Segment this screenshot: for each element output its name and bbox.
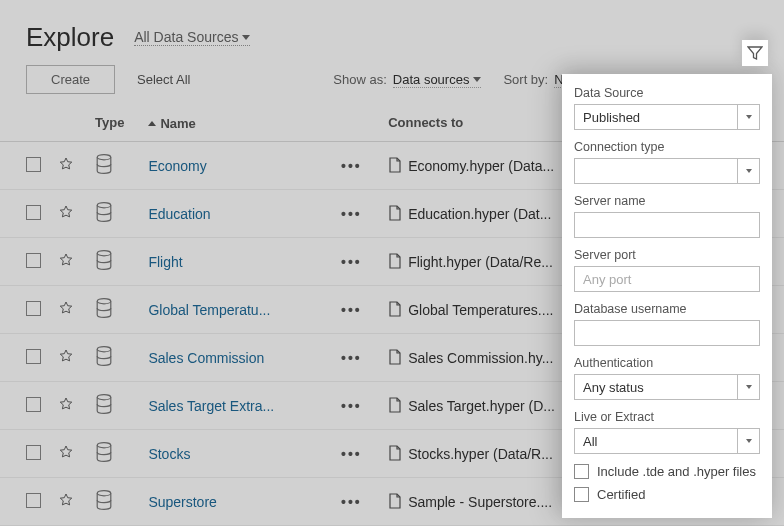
row-actions[interactable]: •••	[341, 302, 362, 318]
database-icon	[95, 298, 113, 318]
show-as-label: Show as:	[333, 72, 386, 87]
chevron-down-icon	[242, 35, 250, 40]
select-all-link[interactable]: Select All	[137, 72, 190, 87]
row-checkbox[interactable]	[26, 493, 41, 508]
include-files-checkbox[interactable]	[574, 464, 589, 479]
connects-to-text: Stocks.hyper (Data/R...	[408, 446, 553, 462]
file-icon	[388, 349, 402, 365]
file-icon	[388, 157, 402, 173]
filter-toggle[interactable]	[742, 40, 768, 66]
row-checkbox[interactable]	[26, 205, 41, 220]
datasource-link[interactable]: Economy	[148, 158, 206, 174]
col-name[interactable]: Name	[140, 104, 333, 142]
file-icon	[388, 205, 402, 221]
database-icon	[95, 202, 113, 222]
chevron-down-icon	[473, 77, 481, 82]
connects-to-text: Education.hyper (Dat...	[408, 206, 551, 222]
file-icon	[388, 493, 402, 509]
chevron-down-icon	[746, 385, 752, 389]
row-actions[interactable]: •••	[341, 350, 362, 366]
file-icon	[388, 445, 402, 461]
sort-by-label: Sort by:	[503, 72, 548, 87]
svg-point-6	[97, 443, 111, 448]
star-icon[interactable]	[58, 204, 74, 220]
star-icon[interactable]	[58, 492, 74, 508]
file-icon	[388, 397, 402, 413]
database-icon	[95, 154, 113, 174]
server-port-label: Server port	[574, 248, 760, 262]
database-icon	[95, 394, 113, 414]
star-icon[interactable]	[58, 300, 74, 316]
database-icon	[95, 250, 113, 270]
show-as-value: Data sources	[393, 72, 470, 87]
server-name-input[interactable]	[574, 212, 760, 238]
create-button[interactable]: Create	[26, 65, 115, 94]
row-actions[interactable]: •••	[341, 206, 362, 222]
row-actions[interactable]: •••	[341, 446, 362, 462]
chevron-down-icon	[746, 115, 752, 119]
data-source-select[interactable]: Published	[574, 104, 760, 130]
row-actions[interactable]: •••	[341, 158, 362, 174]
row-checkbox[interactable]	[26, 253, 41, 268]
chevron-down-icon	[746, 439, 752, 443]
connection-type-select[interactable]	[574, 158, 760, 184]
connects-to-text: Global Temperatures....	[408, 302, 553, 318]
connects-to-text: Flight.hyper (Data/Re...	[408, 254, 553, 270]
svg-point-2	[97, 251, 111, 256]
row-actions[interactable]: •••	[341, 494, 362, 510]
live-extract-label: Live or Extract	[574, 410, 760, 424]
show-as-dropdown[interactable]: Data sources	[393, 72, 482, 88]
server-port-input[interactable]	[574, 266, 760, 292]
connects-to-text: Sales Target.hyper (D...	[408, 398, 555, 414]
db-username-input[interactable]	[574, 320, 760, 346]
connection-type-label: Connection type	[574, 140, 760, 154]
certified-label: Certified	[597, 487, 645, 502]
file-icon	[388, 253, 402, 269]
certified-checkbox[interactable]	[574, 487, 589, 502]
page-title: Explore	[26, 22, 114, 53]
star-icon[interactable]	[58, 252, 74, 268]
row-checkbox[interactable]	[26, 445, 41, 460]
row-actions[interactable]: •••	[341, 254, 362, 270]
star-icon[interactable]	[58, 396, 74, 412]
datasource-link[interactable]: Stocks	[148, 446, 190, 462]
file-icon	[388, 301, 402, 317]
row-checkbox[interactable]	[26, 397, 41, 412]
db-username-label: Database username	[574, 302, 760, 316]
row-checkbox[interactable]	[26, 301, 41, 316]
database-icon	[95, 490, 113, 510]
server-name-label: Server name	[574, 194, 760, 208]
row-actions[interactable]: •••	[341, 398, 362, 414]
datasource-link[interactable]: Sales Commission	[148, 350, 264, 366]
datasource-link[interactable]: Flight	[148, 254, 182, 270]
svg-point-1	[97, 203, 111, 208]
database-icon	[95, 346, 113, 366]
chevron-down-icon	[746, 169, 752, 173]
star-icon[interactable]	[58, 444, 74, 460]
datasource-link[interactable]: Education	[148, 206, 210, 222]
live-extract-select[interactable]: All	[574, 428, 760, 454]
filter-panel: Data Source Published Connection type Se…	[562, 74, 772, 518]
funnel-icon	[747, 45, 763, 61]
authentication-select[interactable]: Any status	[574, 374, 760, 400]
row-checkbox[interactable]	[26, 349, 41, 364]
scope-dropdown[interactable]: All Data Sources	[134, 29, 250, 46]
sort-asc-icon	[148, 121, 156, 126]
authentication-label: Authentication	[574, 356, 760, 370]
data-source-label: Data Source	[574, 86, 760, 100]
star-icon[interactable]	[58, 156, 74, 172]
connects-to-text: Sample - Superstore....	[408, 494, 552, 510]
svg-point-7	[97, 491, 111, 496]
datasource-link[interactable]: Sales Target Extra...	[148, 398, 274, 414]
svg-point-0	[97, 155, 111, 160]
col-type[interactable]: Type	[87, 104, 140, 142]
connects-to-text: Economy.hyper (Data...	[408, 158, 554, 174]
datasource-link[interactable]: Global Temperatu...	[148, 302, 270, 318]
star-icon[interactable]	[58, 348, 74, 364]
connects-to-text: Sales Commission.hy...	[408, 350, 553, 366]
include-files-label: Include .tde and .hyper files	[597, 464, 756, 479]
row-checkbox[interactable]	[26, 157, 41, 172]
database-icon	[95, 442, 113, 462]
datasource-link[interactable]: Superstore	[148, 494, 216, 510]
svg-point-4	[97, 347, 111, 352]
